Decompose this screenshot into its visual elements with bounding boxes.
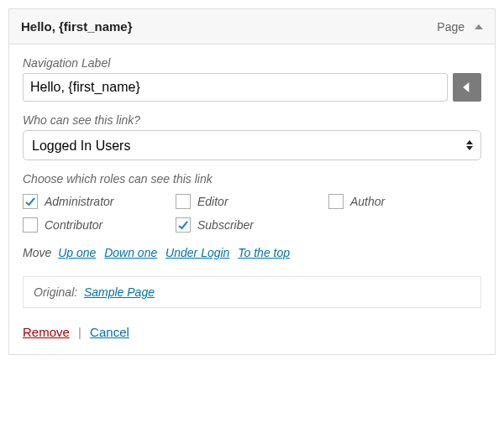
roles-caption: Choose which roles can see this link: [23, 172, 481, 186]
collapse-triangle-icon: [475, 20, 483, 34]
move-row: Move Up one Down one Under Login To the …: [23, 246, 481, 259]
collapse-left-button[interactable]: [453, 73, 481, 102]
checkbox[interactable]: [23, 194, 38, 209]
roles-grid: Administrator Editor Author Contributor …: [23, 194, 481, 233]
checkbox[interactable]: [328, 194, 344, 209]
check-icon: [177, 219, 189, 231]
role-label: Editor: [197, 195, 228, 208]
actions-separator: |: [78, 325, 81, 339]
actions-row: Remove | Cancel: [23, 325, 481, 339]
role-administrator[interactable]: Administrator: [23, 194, 176, 209]
move-under-link[interactable]: Under Login: [165, 246, 229, 259]
triangle-left-icon: [462, 82, 472, 92]
role-label: Contributor: [45, 218, 102, 232]
item-type-label: Page: [437, 20, 465, 34]
cancel-link[interactable]: Cancel: [90, 325, 129, 339]
checkbox[interactable]: [176, 217, 191, 233]
role-author[interactable]: Author: [328, 194, 481, 209]
role-subscriber[interactable]: Subscriber: [176, 217, 328, 233]
move-down-link[interactable]: Down one: [104, 246, 157, 259]
nav-label-input[interactable]: [23, 73, 448, 102]
checkbox[interactable]: [23, 217, 38, 233]
panel-body: Navigation Label Who can see this link? …: [9, 44, 495, 354]
original-box: Original: Sample Page: [23, 276, 481, 308]
svg-marker-1: [463, 82, 469, 92]
original-label: Original:: [34, 285, 77, 299]
remove-link[interactable]: Remove: [23, 325, 70, 339]
role-label: Administrator: [45, 195, 113, 208]
move-up-link[interactable]: Up one: [58, 246, 96, 259]
role-editor[interactable]: Editor: [176, 194, 328, 209]
nav-label-caption: Navigation Label: [23, 56, 481, 70]
panel-header-right: Page: [437, 20, 483, 34]
svg-marker-0: [475, 24, 483, 29]
original-link[interactable]: Sample Page: [84, 285, 155, 299]
visibility-label: Who can see this link?: [23, 113, 481, 127]
move-label: Move: [23, 246, 51, 259]
menu-item-panel: Hello, {first_name} Page Navigation Labe…: [8, 8, 496, 355]
panel-title: Hello, {first_name}: [21, 19, 133, 34]
role-label: Author: [350, 195, 385, 208]
checkbox[interactable]: [176, 194, 191, 209]
check-icon: [24, 196, 36, 207]
panel-header[interactable]: Hello, {first_name} Page: [9, 9, 495, 44]
visibility-select[interactable]: Logged In Users: [23, 130, 481, 160]
role-label: Subscriber: [197, 218, 254, 232]
move-top-link[interactable]: To the top: [238, 246, 290, 259]
role-contributor[interactable]: Contributor: [23, 217, 176, 233]
